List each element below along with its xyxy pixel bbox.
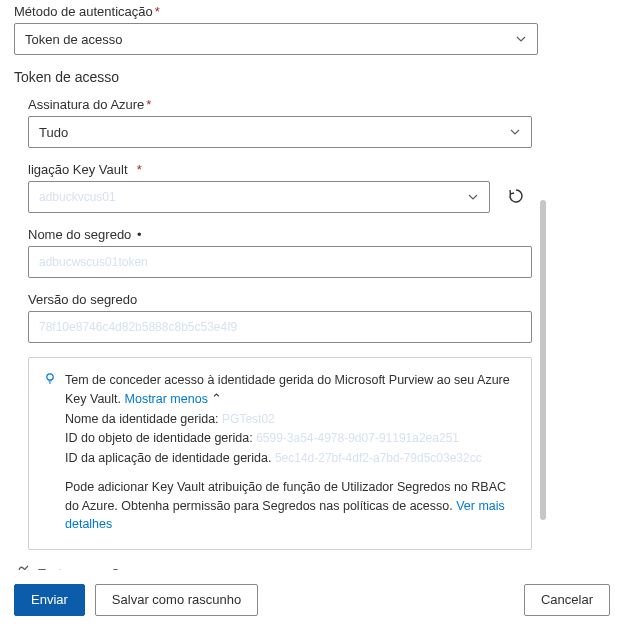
key-vault-placeholder: adbuckvcus01 [39, 190, 116, 204]
tip-identity-app: ID da aplicação de identidade gerida. 5e… [65, 449, 517, 468]
tip-line-intro: Tem de conceder acesso à identidade geri… [65, 371, 517, 409]
required-asterisk: * [155, 4, 160, 19]
identity-app-label: ID da aplicação de identidade gerida. [65, 451, 271, 465]
section-title-access-token: Token de acesso [14, 69, 538, 85]
chevron-down-icon [467, 191, 479, 203]
required-dot: • [133, 227, 141, 242]
key-vault-select[interactable]: adbuckvcus01 [28, 181, 490, 213]
auth-method-label: Método de autenticação* [14, 4, 538, 19]
tip-identity-obj: ID do objeto de identidade gerida: 6599-… [65, 429, 517, 448]
arrow-up-icon: ⌃ [208, 392, 222, 406]
azure-subscription-select[interactable]: Tudo [28, 116, 532, 148]
identity-name-value: PGTest02 [222, 410, 275, 428]
identity-name-label: Nome da identidade gerida: [65, 412, 219, 426]
plug-icon [14, 564, 30, 570]
secret-version-input[interactable]: 78f10e8746c4d82b5888c8b5c53e4f9 [28, 311, 532, 343]
secret-version-placeholder: 78f10e8746c4d82b5888c8b5c53e4f9 [39, 320, 237, 334]
footer-bar: Enviar Salvar como rascunho Cancelar [0, 571, 624, 627]
svg-point-0 [47, 374, 53, 380]
auth-method-label-text: Método de autenticação [14, 4, 153, 19]
key-vault-label-text: ligação Key Vault [28, 162, 128, 177]
secret-name-input[interactable]: adbucwscus01token [28, 246, 532, 278]
scrollbar-thumb[interactable] [540, 200, 546, 520]
tip-box: Tem de conceder acesso à identidade geri… [28, 357, 532, 550]
chevron-down-icon [509, 126, 521, 138]
submit-button[interactable]: Enviar [14, 584, 85, 616]
refresh-icon [507, 187, 525, 208]
secret-name-label: Nome do segredo • [28, 227, 532, 242]
tip-text-rbac: Pode adicionar Key Vault atribuição de f… [65, 480, 506, 513]
azure-subscription-value: Tudo [39, 125, 68, 140]
lightbulb-icon [43, 372, 57, 392]
test-connection-link[interactable]: Testar conexão [38, 566, 126, 570]
tip-identity-name: Nome da identidade gerida: PGTest02 [65, 410, 517, 429]
secret-name-label-text: Nome do segredo [28, 227, 131, 242]
chevron-down-icon [515, 33, 527, 45]
identity-obj-label: ID do objeto de identidade gerida: [65, 431, 253, 445]
cancel-button[interactable]: Cancelar [524, 584, 610, 616]
identity-obj-value: 6599-3a54-4978-9d07-91191a2ea251 [256, 429, 459, 447]
identity-app-value: 5ec14d-27bf-4df2-a7bd-79d5c03e32cc [275, 449, 482, 467]
show-less-link[interactable]: Mostrar menos [125, 392, 208, 406]
required-asterisk: * [146, 97, 151, 112]
required-asterisk: * [137, 162, 142, 177]
save-draft-button[interactable]: Salvar como rascunho [95, 584, 258, 616]
key-vault-label: ligação Key Vault * [28, 162, 532, 177]
auth-method-value: Token de acesso [25, 32, 123, 47]
azure-subscription-label-text: Assinatura do Azure [28, 97, 144, 112]
auth-method-select[interactable]: Token de acesso [14, 23, 538, 55]
tip-paragraph-2: Pode adicionar Key Vault atribuição de f… [65, 478, 517, 534]
secret-version-label: Versão do segredo [28, 292, 532, 307]
refresh-button[interactable] [500, 181, 532, 213]
azure-subscription-label: Assinatura do Azure* [28, 97, 532, 112]
secret-name-placeholder: adbucwscus01token [39, 255, 148, 269]
